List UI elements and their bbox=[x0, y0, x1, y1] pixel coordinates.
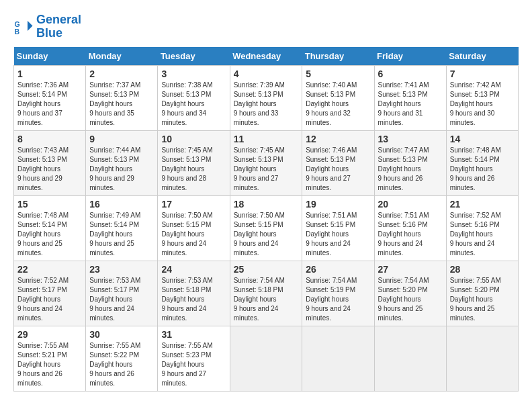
calendar-cell: 17 Sunrise: 7:50 AMSunset: 5:15 PMDaylig… bbox=[158, 195, 230, 261]
day-info: Sunrise: 7:41 AMSunset: 5:13 PMDaylight … bbox=[378, 81, 443, 128]
day-header-friday: Friday bbox=[374, 47, 446, 66]
day-info: Sunrise: 7:44 AMSunset: 5:13 PMDaylight … bbox=[89, 146, 154, 193]
day-number: 6 bbox=[378, 68, 443, 79]
day-number: 8 bbox=[17, 134, 82, 144]
calendar-week-4: 22 Sunrise: 7:52 AMSunset: 5:17 PMDaylig… bbox=[14, 261, 519, 326]
calendar-cell: 8 Sunrise: 7:43 AMSunset: 5:13 PMDayligh… bbox=[14, 130, 86, 195]
calendar-cell: 28 Sunrise: 7:55 AMSunset: 5:20 PMDaylig… bbox=[446, 261, 518, 326]
day-number: 30 bbox=[89, 329, 154, 340]
calendar-cell: 26 Sunrise: 7:54 AMSunset: 5:19 PMDaylig… bbox=[302, 261, 374, 326]
calendar-cell: 10 Sunrise: 7:45 AMSunset: 5:13 PMDaylig… bbox=[158, 130, 230, 195]
day-info: Sunrise: 7:55 AMSunset: 5:20 PMDaylight … bbox=[450, 276, 515, 323]
day-info: Sunrise: 7:42 AMSunset: 5:13 PMDaylight … bbox=[450, 81, 515, 128]
day-info: Sunrise: 7:43 AMSunset: 5:13 PMDaylight … bbox=[17, 146, 82, 193]
calendar-cell: 2 Sunrise: 7:37 AMSunset: 5:13 PMDayligh… bbox=[86, 65, 158, 130]
day-info: Sunrise: 7:55 AMSunset: 5:22 PMDaylight … bbox=[89, 341, 154, 388]
calendar-cell: 29 Sunrise: 7:55 AMSunset: 5:21 PMDaylig… bbox=[14, 326, 86, 391]
day-info: Sunrise: 7:47 AMSunset: 5:13 PMDaylight … bbox=[378, 146, 443, 193]
calendar-cell: 25 Sunrise: 7:54 AMSunset: 5:18 PMDaylig… bbox=[230, 261, 302, 326]
day-header-wednesday: Wednesday bbox=[230, 47, 302, 66]
day-info: Sunrise: 7:50 AMSunset: 5:15 PMDaylight … bbox=[161, 211, 226, 258]
calendar-cell: 1 Sunrise: 7:36 AMSunset: 5:14 PMDayligh… bbox=[14, 65, 86, 130]
calendar-cell: 18 Sunrise: 7:50 AMSunset: 5:15 PMDaylig… bbox=[230, 195, 302, 261]
calendar-week-3: 15 Sunrise: 7:48 AMSunset: 5:14 PMDaylig… bbox=[14, 195, 519, 261]
day-info: Sunrise: 7:37 AMSunset: 5:13 PMDaylight … bbox=[89, 81, 154, 128]
day-number: 25 bbox=[234, 264, 299, 275]
day-info: Sunrise: 7:54 AMSunset: 5:18 PMDaylight … bbox=[234, 276, 299, 323]
day-header-monday: Monday bbox=[86, 47, 158, 66]
calendar-cell: 27 Sunrise: 7:54 AMSunset: 5:20 PMDaylig… bbox=[374, 261, 446, 326]
day-number: 14 bbox=[450, 134, 515, 144]
day-info: Sunrise: 7:45 AMSunset: 5:13 PMDaylight … bbox=[234, 146, 299, 193]
svg-text:B: B bbox=[15, 27, 20, 35]
calendar-cell: 9 Sunrise: 7:44 AMSunset: 5:13 PMDayligh… bbox=[86, 130, 158, 195]
calendar-cell: 16 Sunrise: 7:49 AMSunset: 5:14 PMDaylig… bbox=[86, 195, 158, 261]
logo-text: GeneralBlue bbox=[36, 13, 81, 40]
day-info: Sunrise: 7:53 AMSunset: 5:17 PMDaylight … bbox=[89, 276, 154, 323]
calendar-cell: 20 Sunrise: 7:51 AMSunset: 5:16 PMDaylig… bbox=[374, 195, 446, 261]
day-info: Sunrise: 7:36 AMSunset: 5:14 PMDaylight … bbox=[17, 81, 82, 128]
calendar-table: SundayMondayTuesdayWednesdayThursdayFrid… bbox=[13, 47, 519, 392]
day-number: 13 bbox=[378, 134, 443, 144]
calendar-week-5: 29 Sunrise: 7:55 AMSunset: 5:21 PMDaylig… bbox=[14, 326, 519, 391]
day-info: Sunrise: 7:51 AMSunset: 5:16 PMDaylight … bbox=[378, 211, 443, 258]
calendar-cell bbox=[446, 326, 518, 391]
calendar-cell: 12 Sunrise: 7:46 AMSunset: 5:13 PMDaylig… bbox=[302, 130, 374, 195]
day-info: Sunrise: 7:38 AMSunset: 5:13 PMDaylight … bbox=[161, 81, 226, 128]
day-number: 24 bbox=[161, 264, 226, 275]
day-info: Sunrise: 7:51 AMSunset: 5:15 PMDaylight … bbox=[306, 211, 370, 258]
day-info: Sunrise: 7:52 AMSunset: 5:17 PMDaylight … bbox=[17, 276, 82, 323]
calendar-cell: 19 Sunrise: 7:51 AMSunset: 5:15 PMDaylig… bbox=[302, 195, 374, 261]
day-number: 29 bbox=[17, 329, 82, 340]
day-number: 10 bbox=[161, 134, 226, 144]
day-number: 11 bbox=[234, 134, 299, 144]
svg-marker-2 bbox=[28, 21, 33, 31]
day-number: 4 bbox=[234, 68, 299, 79]
calendar-cell: 31 Sunrise: 7:55 AMSunset: 5:23 PMDaylig… bbox=[158, 326, 230, 391]
calendar-header-row: SundayMondayTuesdayWednesdayThursdayFrid… bbox=[14, 47, 519, 66]
day-info: Sunrise: 7:46 AMSunset: 5:13 PMDaylight … bbox=[306, 146, 370, 193]
day-header-tuesday: Tuesday bbox=[158, 47, 230, 66]
day-number: 2 bbox=[89, 68, 154, 79]
day-info: Sunrise: 7:49 AMSunset: 5:14 PMDaylight … bbox=[89, 211, 154, 258]
calendar-cell: 15 Sunrise: 7:48 AMSunset: 5:14 PMDaylig… bbox=[14, 195, 86, 261]
day-number: 20 bbox=[378, 199, 443, 210]
calendar-cell bbox=[374, 326, 446, 391]
calendar-cell: 7 Sunrise: 7:42 AMSunset: 5:13 PMDayligh… bbox=[446, 65, 518, 130]
page-header: G B GeneralBlue bbox=[13, 13, 519, 40]
day-number: 31 bbox=[161, 329, 226, 340]
day-header-sunday: Sunday bbox=[14, 47, 86, 66]
calendar-cell: 21 Sunrise: 7:52 AMSunset: 5:16 PMDaylig… bbox=[446, 195, 518, 261]
day-number: 28 bbox=[450, 264, 515, 275]
day-number: 7 bbox=[450, 68, 515, 79]
calendar-cell: 30 Sunrise: 7:55 AMSunset: 5:22 PMDaylig… bbox=[86, 326, 158, 391]
day-number: 17 bbox=[161, 199, 226, 210]
day-number: 12 bbox=[306, 134, 370, 144]
day-header-saturday: Saturday bbox=[446, 47, 518, 66]
day-header-thursday: Thursday bbox=[302, 47, 374, 66]
day-info: Sunrise: 7:54 AMSunset: 5:19 PMDaylight … bbox=[306, 276, 370, 323]
day-info: Sunrise: 7:48 AMSunset: 5:14 PMDaylight … bbox=[450, 146, 515, 193]
calendar-cell: 11 Sunrise: 7:45 AMSunset: 5:13 PMDaylig… bbox=[230, 130, 302, 195]
day-number: 22 bbox=[17, 264, 82, 275]
day-number: 19 bbox=[306, 199, 370, 210]
calendar-cell: 5 Sunrise: 7:40 AMSunset: 5:13 PMDayligh… bbox=[302, 65, 374, 130]
calendar-body: 1 Sunrise: 7:36 AMSunset: 5:14 PMDayligh… bbox=[14, 65, 519, 391]
day-info: Sunrise: 7:52 AMSunset: 5:16 PMDaylight … bbox=[450, 211, 515, 258]
day-info: Sunrise: 7:45 AMSunset: 5:13 PMDaylight … bbox=[161, 146, 226, 193]
day-number: 21 bbox=[450, 199, 515, 210]
logo: G B GeneralBlue bbox=[13, 13, 81, 40]
calendar-week-1: 1 Sunrise: 7:36 AMSunset: 5:14 PMDayligh… bbox=[14, 65, 519, 130]
day-number: 27 bbox=[378, 264, 443, 275]
calendar-week-2: 8 Sunrise: 7:43 AMSunset: 5:13 PMDayligh… bbox=[14, 130, 519, 195]
calendar-cell: 14 Sunrise: 7:48 AMSunset: 5:14 PMDaylig… bbox=[446, 130, 518, 195]
day-info: Sunrise: 7:48 AMSunset: 5:14 PMDaylight … bbox=[17, 211, 82, 258]
day-number: 16 bbox=[89, 199, 154, 210]
day-info: Sunrise: 7:39 AMSunset: 5:13 PMDaylight … bbox=[234, 81, 299, 128]
day-info: Sunrise: 7:50 AMSunset: 5:15 PMDaylight … bbox=[234, 211, 299, 258]
day-info: Sunrise: 7:40 AMSunset: 5:13 PMDaylight … bbox=[306, 81, 370, 128]
calendar-cell: 24 Sunrise: 7:53 AMSunset: 5:18 PMDaylig… bbox=[158, 261, 230, 326]
calendar-cell: 22 Sunrise: 7:52 AMSunset: 5:17 PMDaylig… bbox=[14, 261, 86, 326]
day-info: Sunrise: 7:53 AMSunset: 5:18 PMDaylight … bbox=[161, 276, 226, 323]
day-info: Sunrise: 7:54 AMSunset: 5:20 PMDaylight … bbox=[378, 276, 443, 323]
